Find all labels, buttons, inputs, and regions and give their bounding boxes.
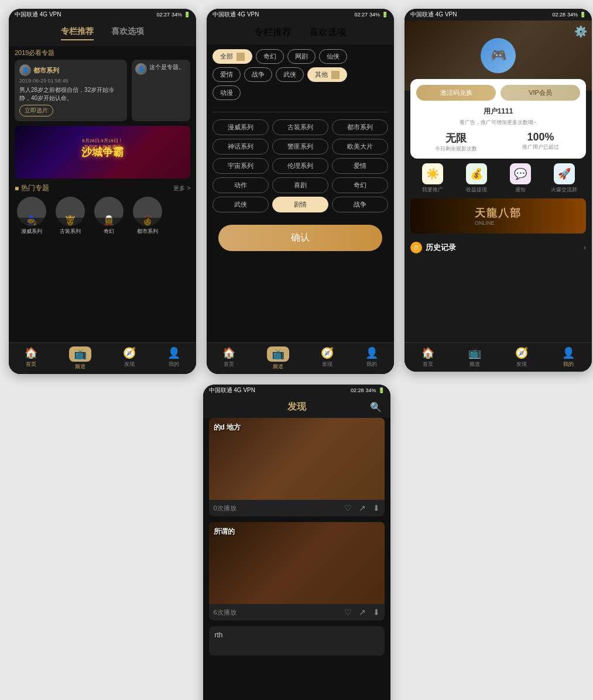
nav-discover-2[interactable]: 🧭 发现 bbox=[321, 346, 334, 370]
nav-home-1[interactable]: 🏠 首页 bbox=[25, 346, 37, 370]
home-icon-2: 🏠 bbox=[222, 346, 235, 359]
tab-xihuan[interactable]: 喜欢选项 bbox=[111, 26, 144, 40]
genre-urban[interactable]: 都市系列 bbox=[332, 119, 388, 135]
tag-wuxia[interactable]: 武侠 bbox=[276, 67, 304, 82]
article-card-2: 👤 这个是专题。 bbox=[132, 60, 190, 121]
hot-item-4[interactable]: 👩 都市系列 bbox=[131, 197, 164, 235]
stat-views-value: 无限 bbox=[416, 131, 495, 145]
notify-icon: 💬 bbox=[510, 163, 531, 184]
nav-label-channel-2: 频道 bbox=[273, 363, 283, 370]
carrier-2: 中国联通 4G VPN bbox=[212, 11, 259, 19]
download-icon-2[interactable]: ⬇ bbox=[373, 608, 380, 617]
genre-wuxia2[interactable]: 武侠 bbox=[212, 197, 269, 212]
genre-crime[interactable]: 警匪系列 bbox=[272, 139, 328, 155]
genre-war2[interactable]: 战争 bbox=[332, 197, 388, 212]
nav-channel-3[interactable]: 📺 频道 bbox=[468, 346, 481, 368]
video-card-1[interactable]: 的d 地方 ▶ 0次播放 ♡ ↗ ⬇ bbox=[209, 418, 385, 516]
action-promote[interactable]: ☀️ 我要推广 bbox=[410, 163, 454, 194]
genre-ethics[interactable]: 伦理系列 bbox=[272, 158, 328, 174]
confirm-button[interactable]: 确认 bbox=[218, 225, 382, 251]
tag-romance[interactable]: 爱情 bbox=[212, 67, 241, 82]
nav-label-home-3: 首页 bbox=[423, 361, 433, 368]
action-notify[interactable]: 💬 通知 bbox=[498, 163, 542, 194]
nav-label-channel-3: 频道 bbox=[469, 361, 480, 368]
nav-home-3[interactable]: 🏠 首页 bbox=[421, 346, 434, 368]
game-banner[interactable]: 沙城争霸 8月28日-9月19日！开启万人跨服霸王战！ bbox=[15, 126, 190, 179]
search-icon-discover[interactable]: 🔍 bbox=[370, 402, 382, 413]
tag-fantasy[interactable]: 奇幻 bbox=[256, 49, 284, 64]
hot-item-3[interactable]: 🧝 奇幻 bbox=[92, 197, 126, 235]
time-2: 02:27 bbox=[354, 12, 368, 18]
tab-zhuanlan[interactable]: 专栏推荐 bbox=[61, 26, 94, 40]
battery-2: 34% bbox=[369, 12, 380, 18]
share-icon-2[interactable]: ↗ bbox=[359, 608, 366, 617]
nav-channel-2[interactable]: 📺 频道 bbox=[267, 346, 289, 370]
nav-label-home-1: 首页 bbox=[26, 361, 36, 368]
video-thumbnail-1: 的d 地方 ▶ bbox=[209, 418, 385, 500]
genre-comedy[interactable]: 喜剧 bbox=[272, 177, 328, 193]
settings-icon[interactable]: ⚙️ bbox=[574, 25, 587, 38]
genre-love[interactable]: 爱情 bbox=[332, 158, 388, 174]
carrier-3: 中国联通 4G VPN bbox=[410, 11, 457, 19]
status-bar-2: 中国联通 4G VPN 02:27 34% 🔋 bbox=[207, 9, 394, 20]
tag-xianxia[interactable]: 仙侠 bbox=[319, 49, 347, 64]
genre-marvel[interactable]: 漫威系列 bbox=[212, 119, 269, 135]
watch-btn-1[interactable]: 立即选片 bbox=[19, 105, 53, 116]
tag-webdrama[interactable]: 网剧 bbox=[287, 49, 316, 64]
banner-cn: 天龍八部 bbox=[475, 206, 522, 220]
nav-discover-1[interactable]: 🧭 发现 bbox=[123, 346, 136, 370]
tag-war[interactable]: 战争 bbox=[244, 67, 272, 82]
channel-icon-3: 📺 bbox=[468, 346, 481, 359]
nav-mine-3[interactable]: 👤 我的 bbox=[562, 346, 575, 368]
like-icon-1[interactable]: ♡ bbox=[344, 503, 352, 513]
genre-ancient[interactable]: 古装系列 bbox=[272, 119, 328, 135]
video-label-3: rth bbox=[209, 626, 385, 644]
action-income[interactable]: 💰 收益提现 bbox=[454, 163, 498, 194]
nav-discover-3[interactable]: 🧭 发现 bbox=[515, 346, 528, 368]
more-link[interactable]: 更多 > bbox=[173, 184, 190, 193]
nav-home-2[interactable]: 🏠 首页 bbox=[222, 346, 235, 370]
share-icon-1[interactable]: ↗ bbox=[359, 503, 366, 513]
history-arrow[interactable]: › bbox=[584, 243, 586, 252]
genre-action[interactable]: 动作 bbox=[212, 177, 269, 193]
action-group[interactable]: 🚀 火爆交流群 bbox=[542, 163, 586, 194]
stat-promotion-value: 100% bbox=[501, 131, 580, 143]
game-banner-3[interactable]: 天龍八部 ONLINE bbox=[410, 198, 586, 234]
profile-username: 用户1111 bbox=[416, 107, 580, 116]
genre-fantasy2[interactable]: 奇幻 bbox=[332, 177, 388, 193]
tag-other[interactable]: 其他 bbox=[307, 67, 347, 82]
video-card-2[interactable]: 所谓的 ▶ 6次播放 ♡ ↗ ⬇ bbox=[209, 522, 385, 620]
genre-western[interactable]: 欧美大片 bbox=[332, 139, 388, 155]
tab-xihuan-2[interactable]: 喜欢选项 bbox=[309, 26, 347, 39]
nav-channel-1[interactable]: 📺 频道 bbox=[69, 346, 91, 370]
discover-title: 发现 bbox=[287, 401, 306, 413]
tag-anime[interactable]: 动漫 bbox=[212, 85, 241, 100]
genre-drama[interactable]: 剧情 bbox=[272, 197, 328, 212]
hot-item-1[interactable]: 🧙 漫威系列 bbox=[15, 197, 49, 235]
time-3: 02:28 bbox=[552, 12, 565, 18]
activate-button[interactable]: 激活码兑换 bbox=[416, 85, 496, 101]
bottom-nav-3: 🏠 首页 📺 频道 🧭 发现 👤 我的 bbox=[405, 342, 592, 372]
like-icon-2[interactable]: ♡ bbox=[344, 608, 352, 617]
tag-row-1: 全部 奇幻 网剧 仙侠 bbox=[212, 49, 388, 64]
hot-label-1: 漫威系列 bbox=[21, 228, 42, 235]
nav-label-discover-3: 发现 bbox=[516, 361, 527, 368]
group-icon: 🚀 bbox=[554, 163, 575, 184]
battery-1: 34% bbox=[172, 12, 182, 18]
tag-all[interactable]: 全部 bbox=[212, 49, 252, 64]
status-bar-3: 中国联通 4G VPN 02:28 34% 🔋 bbox=[405, 9, 592, 20]
tab-zhuanlan-2[interactable]: 专栏推荐 bbox=[254, 26, 292, 39]
vip-button[interactable]: VIP会员 bbox=[501, 85, 580, 101]
history-title: 历史记录 bbox=[426, 242, 456, 253]
hot-item-2[interactable]: 👸 古装系列 bbox=[53, 197, 87, 235]
divider-1 bbox=[212, 112, 388, 112]
genre-space[interactable]: 宇宙系列 bbox=[212, 158, 269, 174]
nav-mine-2[interactable]: 👤 我的 bbox=[365, 346, 378, 370]
stat-promotion-label: 推广用户已超过 bbox=[501, 143, 580, 151]
genre-myth[interactable]: 神话系列 bbox=[212, 139, 269, 155]
download-icon-1[interactable]: ⬇ bbox=[373, 503, 380, 513]
nav-mine-1[interactable]: 👤 我的 bbox=[167, 346, 180, 370]
video-card-3[interactable]: rth bbox=[209, 626, 385, 656]
tags-section: 全部 奇幻 网剧 仙侠 爱情 战争 武侠 其他 动漫 bbox=[207, 44, 394, 108]
video-thumbnail-2: 所谓的 ▶ bbox=[209, 522, 385, 604]
